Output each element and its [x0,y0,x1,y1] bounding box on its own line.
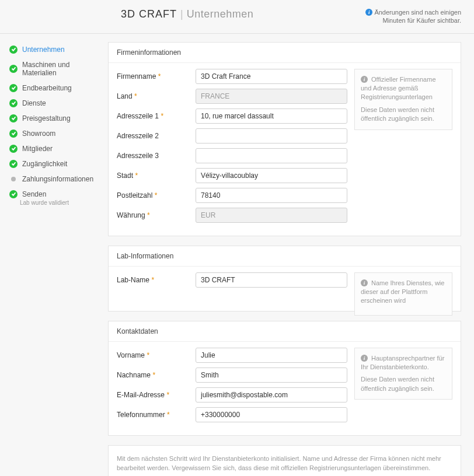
check-icon [9,130,18,138]
required-marker: * [166,391,169,399]
dot-icon [11,177,16,181]
warning-box: Mit dem nächsten Schritt wird Ihr Dienst… [108,445,461,476]
check-icon [9,114,18,123]
sidebar-item-label: Senden [22,190,46,198]
company-hint-box: i Offizieller Firmenname und Adresse gem… [354,69,452,130]
brand-name: 3D CRAFT [121,8,177,20]
check-icon [9,46,18,54]
sidebar-item-0[interactable]: Unternehmen [7,42,108,57]
city-label: Stadt [117,172,133,180]
city-input[interactable] [196,168,347,183]
warning-text: Mit dem nächsten Schritt wird Ihr Dienst… [117,455,441,472]
sidebar-item-label: Zahlungsinformationen [22,175,93,183]
contact-card-title: Kontaktdaten [109,321,461,342]
phone-label: Telefonnummer [117,411,165,419]
addr3-input[interactable] [196,148,347,163]
page-header: 3D CRAFT | Unternehmen iÄnderungen sind … [0,8,474,34]
header-notice-text: Änderungen sind nach einigen Minuten für… [374,9,461,24]
email-label: E-Mail-Adresse [117,391,165,399]
sidebar-item-7[interactable]: Zugänglichkeit [7,156,108,172]
info-icon: i [361,279,368,286]
contact-hint-box: i Hauptansprechpartner für Ihr Dienstanb… [354,348,452,400]
email-input[interactable] [196,387,347,402]
check-icon [9,99,18,107]
lab-hint-box: i Name Ihres Dienstes, wie dieser auf de… [354,272,452,316]
required-marker: * [152,371,155,379]
sidebar-item-sub: Lab wurde validiert [20,200,108,208]
company-name-input[interactable] [196,69,347,84]
contact-card: Kontaktdaten i Hauptansprechpartner für … [108,321,461,436]
company-hint-lead: Offizieller Firmenname und Adresse gemäß… [361,76,436,101]
currency-label: Währung [117,211,145,219]
sidebar-item-label: Zugänglichkeit [22,160,67,168]
sidebar-item-label: Showroom [22,130,55,138]
zip-input[interactable] [196,188,347,203]
brand-separator: | [180,8,183,20]
sidebar-item-5[interactable]: Showroom [7,126,108,141]
sidebar-item-6[interactable]: Mitglieder [7,141,108,156]
sidebar-item-label: Maschinen und Materialien [22,61,106,77]
required-marker: * [167,411,170,419]
addr1-label: Adresszeile 1 [117,112,159,120]
check-icon [9,145,18,153]
phone-input[interactable] [196,407,347,422]
lab-name-label: Lab-Name [117,276,149,284]
country-input [196,89,347,104]
required-marker: * [134,92,137,100]
required-marker: * [147,351,149,359]
zip-label: Postleitzahl [117,191,152,200]
brand-block: 3D CRAFT | Unternehmen [121,8,253,20]
check-icon [9,65,18,73]
sidebar-item-label: Unternehmen [22,46,65,54]
currency-input [196,208,347,223]
lname-input[interactable] [196,368,347,383]
lab-name-input[interactable] [196,272,347,288]
company-hint-body: Diese Daten werden nicht öffentlich zugä… [361,106,446,124]
required-marker: * [135,172,138,180]
check-icon [9,190,18,198]
company-card: Firmeninformationen i Offizieller Firmen… [108,42,461,236]
addr1-input[interactable] [196,108,347,124]
required-marker: * [147,211,150,219]
sidebar-item-1[interactable]: Maschinen und Materialien [7,57,108,80]
required-marker: * [155,191,158,200]
sidebar-item-label: Preisgestaltung [22,114,71,123]
required-marker: * [158,72,161,80]
sidebar: UnternehmenMaschinen und MaterialienEndb… [7,42,108,208]
info-icon: i [361,76,368,83]
page-title: Unternehmen [187,8,254,20]
sidebar-item-8[interactable]: Zahlungsinformationen [7,172,108,187]
info-icon: i [361,355,368,362]
required-marker: * [151,276,154,284]
check-icon [9,84,18,92]
contact-hint-body: Diese Daten werden nicht öffentlich zugä… [361,375,446,393]
fname-label: Vorname [117,351,145,359]
sidebar-item-label: Endbearbeitung [22,84,72,92]
contact-hint-lead: Hauptansprechpartner für Ihr Dienstanbie… [361,355,444,370]
addr2-input[interactable] [196,128,347,144]
main-content: Firmeninformationen i Offizieller Firmen… [108,42,461,476]
lab-hint-text: Name Ihres Dienstes, wie dieser auf der … [361,279,444,304]
addr3-label: Adresszeile 3 [117,152,159,160]
company-card-title: Firmeninformationen [109,43,461,63]
company-name-label: Firmenname [117,72,156,80]
lab-card: Lab-Informationen i Name Ihres Dienstes,… [108,246,461,312]
lname-label: Nachname [117,371,151,379]
fname-input[interactable] [196,348,347,363]
lab-card-title: Lab-Informationen [109,246,461,267]
header-notice: iÄnderungen sind nach einigen Minuten fü… [362,8,461,25]
info-icon: i [365,9,372,16]
sidebar-item-label: Mitglieder [22,145,53,153]
sidebar-item-label: Dienste [22,99,46,107]
sidebar-item-4[interactable]: Preisgestaltung [7,111,108,126]
sidebar-item-3[interactable]: Dienste [7,96,108,111]
addr2-label: Adresszeile 2 [117,132,159,140]
country-label: Land [117,92,133,100]
sidebar-item-2[interactable]: Endbearbeitung [7,80,108,96]
check-icon [9,160,18,168]
required-marker: * [161,112,163,120]
